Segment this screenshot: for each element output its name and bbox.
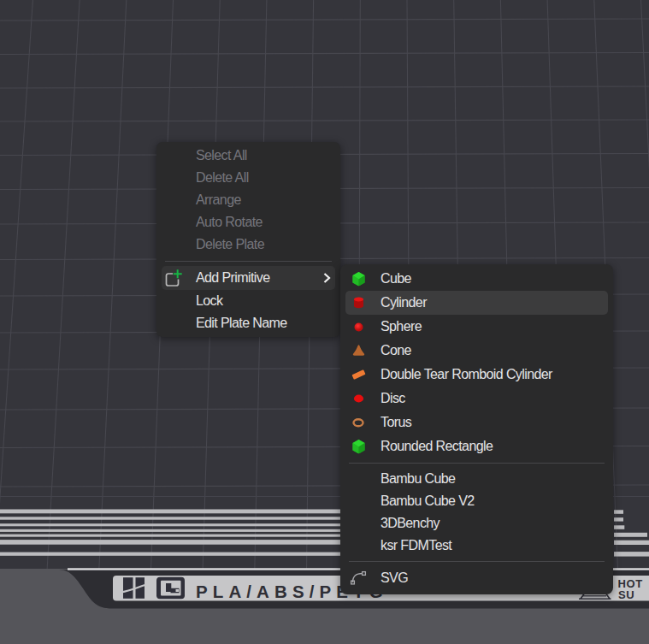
- svg-text:SU: SU: [618, 588, 634, 601]
